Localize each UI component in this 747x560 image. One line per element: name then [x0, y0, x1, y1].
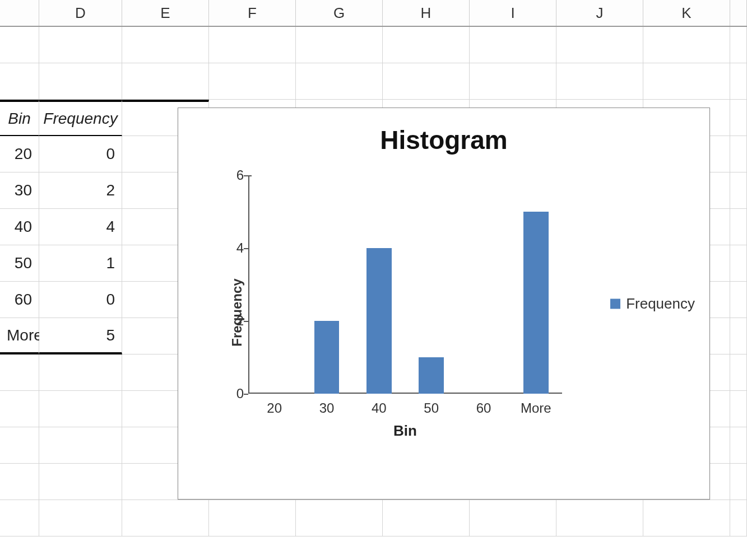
cell[interactable]	[0, 391, 39, 427]
legend-swatch-icon	[610, 298, 620, 309]
column-header-d[interactable]: D	[39, 0, 122, 26]
cell[interactable]	[0, 27, 39, 63]
column-header-j[interactable]: J	[556, 0, 643, 26]
legend-label: Frequency	[626, 295, 695, 312]
cell[interactable]	[39, 427, 122, 464]
cell[interactable]	[296, 63, 383, 100]
cell[interactable]	[39, 354, 122, 391]
cell[interactable]	[0, 427, 39, 464]
cell[interactable]	[39, 500, 122, 536]
cell[interactable]	[0, 354, 39, 391]
x-tick-label: 40	[372, 400, 387, 416]
cell[interactable]	[730, 63, 747, 100]
cell[interactable]	[39, 27, 122, 63]
x-axis	[248, 393, 562, 394]
cell[interactable]	[730, 100, 747, 136]
column-header-rest[interactable]	[730, 0, 747, 26]
y-tick	[244, 248, 248, 249]
column-header-e[interactable]: E	[122, 0, 209, 26]
cell[interactable]	[209, 27, 296, 63]
cell-bin[interactable]: More	[0, 318, 39, 354]
column-header-i[interactable]: I	[470, 0, 556, 26]
column-header-f[interactable]: F	[209, 0, 296, 26]
y-tick-label: 0	[227, 386, 244, 402]
cell[interactable]	[730, 318, 747, 354]
cell[interactable]	[0, 500, 39, 536]
cell[interactable]	[730, 464, 747, 500]
cell[interactable]	[383, 27, 470, 63]
cell[interactable]	[643, 63, 730, 100]
column-header-partial[interactable]	[0, 0, 39, 26]
x-tick-label: 20	[267, 400, 282, 416]
y-tick-label: 4	[227, 240, 244, 256]
row-empty	[0, 63, 747, 100]
cell[interactable]	[122, 500, 209, 536]
y-tick	[244, 321, 248, 322]
legend: Frequency	[610, 295, 695, 312]
cell[interactable]	[383, 63, 470, 100]
y-tick	[244, 175, 248, 176]
plot-area: Bin 02462030405060More	[248, 175, 562, 394]
cell[interactable]	[643, 500, 730, 536]
cell[interactable]	[730, 391, 747, 427]
cell[interactable]	[730, 172, 747, 209]
column-header-k[interactable]: K	[643, 0, 730, 26]
cell[interactable]	[0, 464, 39, 500]
y-tick-label: 2	[227, 313, 244, 329]
cell-freq[interactable]: 1	[39, 245, 122, 282]
cell[interactable]	[556, 500, 643, 536]
cell-bin[interactable]: 30	[0, 172, 39, 209]
cell[interactable]	[39, 464, 122, 500]
cell[interactable]	[643, 27, 730, 63]
row-empty	[0, 27, 747, 63]
cell[interactable]	[39, 63, 122, 100]
cell-freq[interactable]: 5	[39, 318, 122, 354]
x-tick-label: 60	[476, 400, 491, 416]
cell[interactable]	[730, 500, 747, 536]
cell[interactable]	[730, 27, 747, 63]
cell[interactable]	[296, 500, 383, 536]
cell-bin[interactable]: 20	[0, 136, 39, 172]
cell[interactable]	[0, 63, 39, 100]
cell[interactable]	[730, 136, 747, 172]
x-axis-label: Bin	[393, 422, 417, 440]
cell[interactable]	[730, 427, 747, 464]
cell-bin-header[interactable]: Bin	[0, 100, 39, 136]
column-header-h[interactable]: H	[383, 0, 470, 26]
cell[interactable]	[556, 27, 643, 63]
cell-bin[interactable]: 60	[0, 282, 39, 318]
cell-freq[interactable]: 4	[39, 209, 122, 245]
bar	[523, 212, 549, 394]
cell[interactable]	[122, 63, 209, 100]
column-header-g[interactable]: G	[296, 0, 383, 26]
cell[interactable]	[556, 63, 643, 100]
cell[interactable]	[122, 27, 209, 63]
cell-freq[interactable]: 2	[39, 172, 122, 209]
cell[interactable]	[383, 500, 470, 536]
cell[interactable]	[730, 245, 747, 282]
cell-bin[interactable]: 50	[0, 245, 39, 282]
cell-bin[interactable]: 40	[0, 209, 39, 245]
plot-wrap: Frequency Bin 02462030405060More	[206, 170, 582, 455]
y-tick	[244, 394, 248, 395]
cell[interactable]	[470, 63, 556, 100]
cell[interactable]	[470, 27, 556, 63]
cell[interactable]	[730, 282, 747, 318]
cell[interactable]	[296, 27, 383, 63]
cell[interactable]	[209, 500, 296, 536]
cell-freq[interactable]: 0	[39, 282, 122, 318]
x-tick-label: 30	[319, 400, 335, 416]
cell-freq-header[interactable]: Frequency	[39, 100, 122, 136]
bar	[366, 248, 392, 394]
cell[interactable]	[730, 354, 747, 391]
y-axis	[248, 175, 249, 394]
cell[interactable]	[39, 391, 122, 427]
cell[interactable]	[209, 63, 296, 100]
row-empty	[0, 500, 747, 536]
bar	[314, 321, 340, 394]
cell[interactable]	[730, 209, 747, 245]
cell[interactable]	[470, 500, 556, 536]
embedded-chart[interactable]: Histogram Frequency Bin 02462030405060Mo…	[178, 108, 710, 500]
x-tick-label: More	[521, 400, 551, 416]
cell-freq[interactable]: 0	[39, 136, 122, 172]
